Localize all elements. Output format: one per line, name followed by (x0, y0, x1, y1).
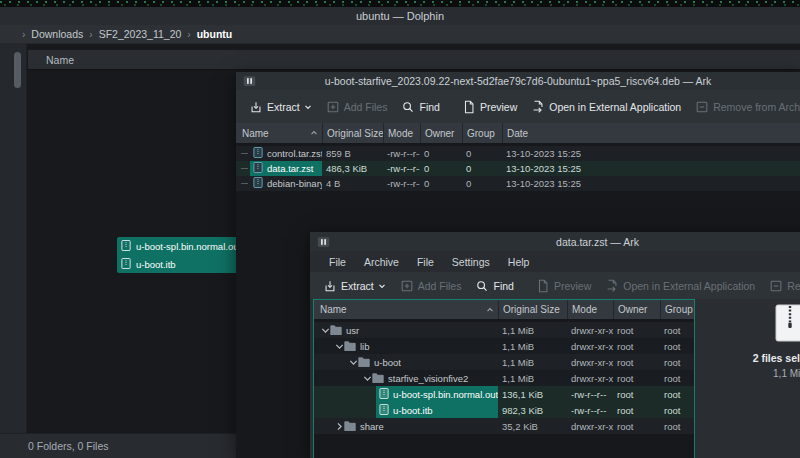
breadcrumb-item-downloads[interactable]: Downloads (31, 28, 83, 40)
cell-mode: -rw-r--r-- (383, 176, 420, 191)
cell-group: root (660, 354, 694, 370)
ark-deb-titlebar[interactable]: u-boot-starfive_2023.09.22-next-5d2fae79… (236, 72, 800, 90)
ark-deb-column-header-name[interactable]: Name (236, 123, 322, 143)
ark-deb-window-title: u-boot-starfive_2023.09.22-next-5d2fae79… (236, 75, 800, 87)
ark-deb-extract-button[interactable]: Extract (242, 100, 319, 114)
menu-file-2[interactable]: File (408, 256, 443, 268)
expand-arrow-icon[interactable] (362, 374, 372, 383)
expand-arrow-icon[interactable] (320, 326, 330, 335)
file-icon (121, 240, 131, 253)
collapse-arrow-icon[interactable] (334, 422, 344, 431)
tree-row-u-boot[interactable]: u-boot1,1 MiBdrwxr-xr-xrootroot (314, 354, 694, 370)
ark-data-tree-view: NameOriginal SizeModeOwnerGroup usr1,1 M… (313, 299, 695, 458)
dolphin-name-column-header[interactable]: Name (28, 50, 800, 70)
ark-data-extract-button[interactable]: Extract (316, 279, 393, 293)
ark-deb-toolbar: ExtractAdd FilesFindPreviewOpen in Exter… (236, 90, 800, 123)
breadcrumb-item-ubuntu[interactable]: ubuntu (197, 28, 233, 40)
preview-icon (536, 279, 550, 293)
sort-ascending-icon (310, 129, 318, 137)
cell-date: 13-10-2023 15:25 (502, 176, 800, 191)
tree-row-share[interactable]: share35,2 KiBdrwxr-xr-xrootroot (314, 418, 694, 434)
ark-deb-find-button[interactable]: Find (394, 100, 446, 114)
ark-data-preview-button[interactable]: Preview (529, 279, 598, 293)
ark-data-add-files-button[interactable]: Add Files (393, 279, 469, 293)
cell-owner: root (613, 386, 660, 402)
ark-deb-column-headers: NameOriginal SizeModeOwnerGroupDate (236, 123, 800, 143)
ark-data-file-tree[interactable]: usr1,1 MiBdrwxr-xr-xrootrootlib1,1 MiBdr… (314, 319, 694, 434)
menu-archive-1[interactable]: Archive (355, 256, 408, 268)
ark-deb-remove-button[interactable]: Remove from Archive (688, 100, 800, 114)
ark-deb-preview-button[interactable]: Preview (455, 100, 524, 114)
remove-label: Remove from Archive (787, 280, 800, 292)
extract-label: Extract (267, 101, 300, 113)
tree-row-lib[interactable]: lib1,1 MiBdrwxr-xr-xrootroot (314, 338, 694, 354)
folder-name: starfive_visionfive2 (388, 373, 468, 384)
breadcrumb-item-sf2-2023-11-20[interactable]: SF2_2023_11_20 (99, 28, 182, 40)
remove-icon (695, 100, 709, 114)
cell-mode: -rw-r--r-- (567, 386, 613, 402)
dragged-item-u-boot-spl-bin-normal-out[interactable]: u-boot-spl.bin.normal.out (117, 237, 240, 255)
expand-arrow-icon[interactable] (348, 358, 358, 367)
ark-data-remove-button[interactable]: Remove from Archive (762, 279, 800, 293)
file-name: control.tar.zst (267, 148, 322, 159)
ark-deb-add-files-button[interactable]: Add Files (319, 100, 395, 114)
cell-owner: root (613, 418, 660, 434)
cell-date: 13-10-2023 15:25 (502, 146, 800, 161)
name-column-label: Name (46, 54, 74, 66)
ark-data-column-header-original-size[interactable]: Original Size (498, 300, 567, 319)
preview-label: Preview (554, 280, 591, 292)
ark-data-column-header-group[interactable]: Group (660, 300, 694, 319)
ark-data-window: data.tar.zst — Ark FileArchiveFileSettin… (310, 232, 800, 458)
folder-entry: starfive_visionfive2 (372, 370, 498, 386)
expand-arrow-icon[interactable] (334, 342, 344, 351)
ark-data-info-panel: 2 files selected 1,1 MiB (695, 299, 800, 458)
ark-data-column-header-name[interactable]: Name (314, 300, 498, 319)
tree-row-usr[interactable]: usr1,1 MiBdrwxr-xr-xrootroot (314, 322, 694, 338)
archive-file-icon (253, 147, 263, 160)
ark-data-find-button[interactable]: Find (468, 279, 520, 293)
ark-deb-column-header-date[interactable]: Date (502, 123, 800, 143)
ark-deb-column-header-owner[interactable]: Owner (420, 123, 462, 143)
remove-label: Remove from Archive (713, 101, 800, 113)
name-cell: u-boot.itb (314, 402, 498, 418)
folder-name: usr (346, 325, 359, 336)
menu-settings-3[interactable]: Settings (443, 256, 499, 268)
archive-row-control-tar-zst[interactable]: control.tar.zst859 B-rw-r--r--0013-10-20… (236, 146, 800, 161)
places-panel-scrollbar[interactable] (14, 52, 21, 88)
file-name: data.tar.zst (267, 163, 313, 174)
column-label: Owner (618, 304, 647, 315)
cell-mode: drwxr-xr-x (567, 370, 613, 386)
menu-file-0[interactable]: File (320, 256, 355, 268)
dolphin-titlebar[interactable]: ubuntu — Dolphin (0, 7, 800, 25)
cell-owner: root (613, 322, 660, 338)
ark-deb-open-external-button[interactable]: Open in External Application (524, 100, 688, 114)
cell-group: 0 (462, 161, 502, 176)
dragged-files-preview[interactable]: u-boot-spl.bin.normal.outu-boot.itb (117, 237, 240, 273)
ark-deb-column-header-group[interactable]: Group (462, 123, 502, 143)
column-label: Owner (425, 128, 454, 139)
archive-row-data-tar-zst[interactable]: data.tar.zst486,3 KiB-rw-r--r--0013-10-2… (236, 161, 800, 176)
ark-deb-column-header-original-size[interactable]: Original Size (322, 123, 383, 143)
tree-row-u-boot-itb[interactable]: u-boot.itb982,3 KiB-rw-r--r--rootroot (314, 402, 694, 418)
ark-data-open-external-button[interactable]: Open in External Application (598, 279, 762, 293)
dolphin-window-title: ubuntu — Dolphin (356, 10, 444, 22)
name-cell: starfive_visionfive2 (314, 370, 498, 386)
archive-row-debian-binary[interactable]: debian-binary4 B-rw-r--r--0013-10-2023 1… (236, 176, 800, 191)
folder-name: lib (360, 341, 370, 352)
menu-help-4[interactable]: Help (499, 256, 539, 268)
ark-deb-column-header-mode[interactable]: Mode (383, 123, 420, 143)
name-cell: share (314, 418, 498, 434)
folder-icon (344, 340, 356, 353)
open-external-icon (605, 279, 619, 293)
ark-data-column-header-owner[interactable]: Owner (613, 300, 660, 319)
selected-name-highlight: u-boot-spl.bin.normal.out (376, 386, 498, 402)
tree-row-u-boot-spl-bin-normal-out[interactable]: u-boot-spl.bin.normal.out136,1 KiB-rw-r-… (314, 386, 694, 402)
cell-mode: -rw-r--r-- (383, 161, 420, 176)
selected-name-highlight: data.tar.zst (250, 161, 322, 176)
tree-row-starfive-visionfive2[interactable]: starfive_visionfive21,1 MiBdrwxr-xr-xroo… (314, 370, 694, 386)
ark-data-titlebar[interactable]: data.tar.zst — Ark (310, 232, 800, 251)
extract-label: Extract (341, 280, 374, 292)
ark-data-column-header-mode[interactable]: Mode (567, 300, 613, 319)
dragged-item-u-boot-itb[interactable]: u-boot.itb (117, 255, 240, 273)
cell-owner: 0 (420, 146, 462, 161)
